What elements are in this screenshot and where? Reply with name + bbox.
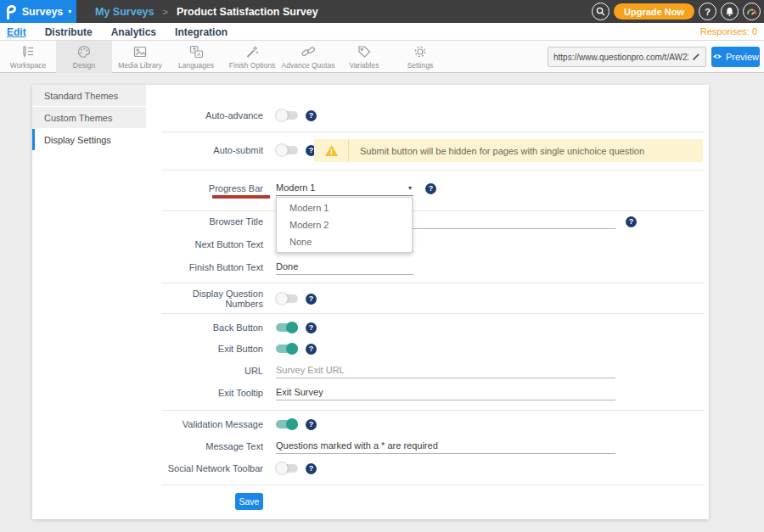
finish-button-text-row: Finish Button Text bbox=[153, 259, 413, 276]
validation-message-row: Validation Message ? bbox=[153, 416, 317, 433]
divider bbox=[161, 210, 705, 211]
validation-message-help-icon[interactable]: ? bbox=[306, 419, 317, 430]
validation-message-toggle[interactable] bbox=[276, 420, 298, 428]
sidebar-item-custom-themes[interactable]: Custom Themes bbox=[32, 107, 146, 128]
back-button-label: Back Button bbox=[153, 322, 263, 333]
tab-analytics[interactable]: Analytics bbox=[111, 25, 156, 38]
red-underline-annotation bbox=[212, 195, 270, 199]
exit-url-input[interactable] bbox=[276, 363, 615, 378]
auto-submit-row: Auto-submit ? bbox=[153, 142, 317, 159]
auto-submit-toggle[interactable] bbox=[276, 146, 298, 154]
display-question-numbers-toggle[interactable] bbox=[276, 294, 298, 303]
toolbar-tab-label: Design bbox=[73, 61, 95, 70]
validation-message-label: Validation Message bbox=[153, 419, 263, 429]
svg-text:!: ! bbox=[330, 148, 333, 156]
exit-tooltip-label: Exit Tooltip bbox=[153, 388, 263, 398]
browser-title-help-icon[interactable]: ? bbox=[626, 216, 637, 227]
social-network-toolbar-label: Social Network Toolbar bbox=[153, 463, 263, 473]
toolbar-tab-design[interactable]: Design bbox=[56, 41, 112, 73]
toolbar-tab-label: Advance Quotas bbox=[282, 61, 335, 70]
warning-triangle-icon: ! bbox=[324, 144, 339, 157]
questionpro-logo-icon bbox=[5, 4, 17, 20]
finish-button-text-input[interactable] bbox=[276, 260, 413, 275]
preview-button[interactable]: Preview bbox=[711, 47, 760, 67]
surveys-product-menu[interactable]: Surveys ▾ bbox=[0, 0, 76, 23]
tag-icon bbox=[357, 44, 372, 59]
toolbar-tab-label: Settings bbox=[407, 61, 434, 70]
auto-advance-toggle[interactable] bbox=[276, 111, 298, 120]
gear-icon bbox=[413, 44, 428, 59]
social-network-toolbar-row: Social Network Toolbar ? bbox=[153, 460, 317, 477]
progress-bar-dropdown-menu: Modern 1 Modern 2 None bbox=[276, 197, 413, 253]
back-button-toggle[interactable] bbox=[276, 323, 298, 332]
exit-tooltip-input[interactable] bbox=[276, 385, 615, 400]
dropdown-option-modern-1[interactable]: Modern 1 bbox=[277, 199, 412, 216]
message-text-input[interactable] bbox=[276, 439, 615, 454]
workspace-icon bbox=[20, 44, 36, 59]
exit-button-toggle[interactable] bbox=[276, 344, 298, 353]
sidebar-item-standard-themes[interactable]: Standard Themes bbox=[32, 85, 146, 106]
toolbar-tab-label: Languages bbox=[178, 61, 214, 70]
magic-wand-icon bbox=[244, 44, 260, 59]
toolbar-tab-settings[interactable]: Settings bbox=[392, 41, 448, 73]
exit-button-label: Exit Button bbox=[153, 344, 263, 354]
exit-button-help-icon[interactable]: ? bbox=[306, 344, 317, 355]
auto-advance-label: Auto-advance bbox=[153, 110, 263, 120]
save-button[interactable]: Save bbox=[235, 493, 263, 510]
toolbar-tab-variables[interactable]: Variables bbox=[336, 41, 392, 73]
design-palette-icon bbox=[76, 44, 92, 59]
divider bbox=[161, 313, 705, 314]
progress-bar-selected-value: Modern 1 bbox=[276, 182, 315, 193]
media-library-icon bbox=[132, 44, 148, 59]
tab-distribute[interactable]: Distribute bbox=[45, 25, 93, 38]
notifications-bell-icon[interactable] bbox=[721, 3, 739, 20]
breadcrumb-my-surveys[interactable]: My Surveys bbox=[95, 6, 154, 18]
progress-bar-select[interactable]: Modern 1 ▾ bbox=[276, 181, 413, 196]
survey-url-field[interactable]: https://www.questionpro.com/t/AW22Zh44 bbox=[548, 47, 706, 67]
progress-bar-label: Progress Bar bbox=[153, 183, 263, 193]
tab-integration[interactable]: Integration bbox=[175, 25, 228, 38]
edit-url-pencil-icon[interactable] bbox=[692, 49, 700, 64]
survey-url-text: https://www.questionpro.com/t/AW22Zh44 bbox=[553, 53, 688, 62]
toolbar-tab-workspace[interactable]: Workspace bbox=[0, 41, 56, 73]
page-title: Product Satisfaction Survey bbox=[177, 6, 318, 18]
help-icon[interactable]: ? bbox=[699, 3, 716, 20]
auto-advance-help-icon[interactable]: ? bbox=[306, 110, 317, 121]
social-network-toolbar-toggle[interactable] bbox=[276, 464, 298, 473]
svg-text:A: A bbox=[197, 52, 200, 57]
exit-tooltip-row: Exit Tooltip bbox=[153, 384, 615, 401]
toolbar-tab-media-library[interactable]: Media Library bbox=[112, 41, 168, 73]
design-toolbar: Workspace Design Media Library A Languag… bbox=[0, 41, 764, 73]
upgrade-now-button[interactable]: Upgrade Now bbox=[614, 3, 694, 20]
toolbar-tab-finish-options[interactable]: Finish Options bbox=[224, 41, 280, 73]
progress-bar-row: Progress Bar Modern 1 ▾ ? bbox=[153, 180, 436, 197]
finish-button-text-label: Finish Button Text bbox=[153, 262, 263, 272]
toolbar-tab-advance-quotas[interactable]: Advance Quotas bbox=[280, 41, 336, 73]
social-network-toolbar-help-icon[interactable]: ? bbox=[306, 463, 317, 474]
top-actions: Upgrade Now ? bbox=[592, 3, 761, 20]
exit-url-row: URL bbox=[153, 362, 615, 379]
auto-advance-row: Auto-advance ? bbox=[153, 107, 317, 124]
eye-icon bbox=[712, 52, 722, 62]
message-text-label: Message Text bbox=[153, 441, 263, 451]
dropdown-option-none[interactable]: None bbox=[277, 233, 412, 250]
exit-url-label: URL bbox=[153, 366, 263, 376]
toolbar-tab-label: Variables bbox=[350, 61, 379, 70]
display-question-numbers-help-icon[interactable]: ? bbox=[306, 294, 317, 305]
dropdown-option-modern-2[interactable]: Modern 2 bbox=[277, 216, 412, 233]
sidebar-item-display-settings[interactable]: Display Settings bbox=[32, 129, 146, 150]
product-label: Surveys bbox=[22, 6, 64, 18]
message-text-row: Message Text bbox=[153, 438, 615, 455]
breadcrumb: My Surveys > Product Satisfaction Survey bbox=[95, 6, 318, 18]
display-settings-panel: Standard Themes Custom Themes Display Se… bbox=[32, 85, 709, 519]
chain-links-icon bbox=[301, 44, 316, 59]
toolbar-tab-label: Finish Options bbox=[229, 61, 275, 70]
responses-count[interactable]: Responses: 0 bbox=[700, 26, 757, 36]
progress-bar-help-icon[interactable]: ? bbox=[425, 183, 436, 194]
toolbar-tab-languages[interactable]: A Languages bbox=[168, 41, 224, 73]
back-button-help-icon[interactable]: ? bbox=[306, 322, 317, 333]
usage-gauge-icon[interactable] bbox=[743, 3, 761, 20]
languages-icon: A bbox=[188, 44, 204, 59]
tab-edit[interactable]: Edit bbox=[7, 25, 26, 38]
search-icon[interactable] bbox=[592, 3, 610, 20]
